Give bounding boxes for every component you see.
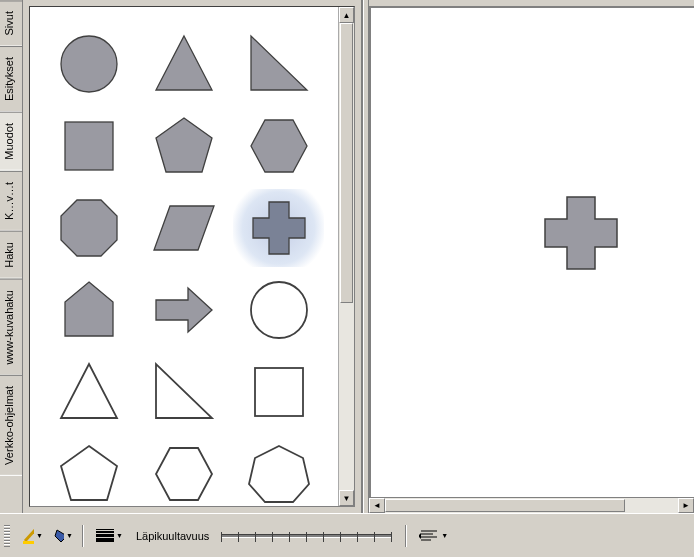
dropdown-arrow-icon: ▼ <box>36 532 43 539</box>
toolbar-grip[interactable] <box>4 525 10 547</box>
scroll-right-button[interactable]: ► <box>678 498 694 513</box>
hscroll-thumb[interactable] <box>385 499 625 512</box>
dropdown-arrow-icon: ▼ <box>441 532 448 539</box>
tab-muodot[interactable]: Muodot <box>0 112 22 171</box>
paint-bucket-button[interactable]: ▼ <box>50 524 74 548</box>
shape-right-triangle-filled[interactable] <box>233 25 324 103</box>
dropdown-arrow-icon: ▼ <box>116 532 123 539</box>
scroll-down-button[interactable]: ▼ <box>339 490 354 506</box>
canvas-header <box>369 0 694 8</box>
tab-www-kuvahaku[interactable]: www-kuvahaku <box>0 279 22 376</box>
shape-square-outline[interactable] <box>233 353 324 431</box>
svg-rect-1 <box>65 122 113 170</box>
shape-circle-outline[interactable] <box>233 271 324 349</box>
tab-haku[interactable]: Haku <box>0 231 22 279</box>
shape-triangle-outline[interactable] <box>44 353 135 431</box>
scroll-left-button[interactable]: ◄ <box>369 498 385 513</box>
shape-pentagon-filled[interactable] <box>139 107 230 185</box>
svg-rect-4 <box>23 541 34 544</box>
line-style-button[interactable]: ▼ <box>91 524 128 548</box>
shapes-panel: ▲ ▼ <box>23 0 363 513</box>
vertical-scrollbar[interactable]: ▲ ▼ <box>338 7 354 506</box>
scroll-up-button[interactable]: ▲ <box>339 7 354 23</box>
fill-color-button[interactable]: ▼ <box>20 524 44 548</box>
bottom-toolbar: ▼ ▼ ▼ Läpikuultavuus <box>0 513 694 557</box>
shapes-grid <box>30 7 338 506</box>
tab-sivut[interactable]: Sivut <box>0 0 22 46</box>
shape-right-triangle-outline[interactable] <box>139 353 230 431</box>
transparency-label: Läpikuultavuus <box>136 530 209 542</box>
shape-triangle-filled[interactable] <box>139 25 230 103</box>
lines-icon <box>96 529 114 543</box>
shape-home-plate-filled[interactable] <box>44 271 135 349</box>
tab-kvt[interactable]: K…v…t <box>0 171 22 231</box>
paragraph-settings-button[interactable]: ▼ <box>414 524 453 548</box>
shape-pentagon-outline[interactable] <box>44 435 135 506</box>
shape-arrow-right-filled[interactable] <box>139 271 230 349</box>
dropdown-arrow-icon: ▼ <box>66 532 73 539</box>
svg-rect-3 <box>255 368 303 416</box>
tab-verkko-ohjelmat[interactable]: Verkko-ohjelmat <box>0 375 22 476</box>
shape-square-filled[interactable] <box>44 107 135 185</box>
shape-parallelogram-filled[interactable] <box>139 189 230 267</box>
svg-point-2 <box>251 282 307 338</box>
horizontal-scrollbar[interactable]: ◄ ► <box>369 497 694 513</box>
svg-point-0 <box>61 36 117 92</box>
transparency-slider[interactable] <box>221 534 391 538</box>
shape-hexagon-filled[interactable] <box>233 107 324 185</box>
shape-octagon-filled[interactable] <box>44 189 135 267</box>
tab-esitykset[interactable]: Esitykset <box>0 46 22 112</box>
canvas-cross-shape[interactable] <box>541 193 621 273</box>
scroll-thumb[interactable] <box>340 23 353 303</box>
shape-hexagon-outline[interactable] <box>139 435 230 506</box>
side-tab-strip: Sivut Esitykset Muodot K…v…t Haku www-ku… <box>0 0 23 513</box>
shape-circle-filled[interactable] <box>44 25 135 103</box>
drawing-canvas[interactable] <box>369 8 694 497</box>
shape-cross-filled[interactable] <box>233 189 324 267</box>
shape-heptagon-outline[interactable] <box>233 435 324 506</box>
paragraph-icon <box>419 529 439 543</box>
